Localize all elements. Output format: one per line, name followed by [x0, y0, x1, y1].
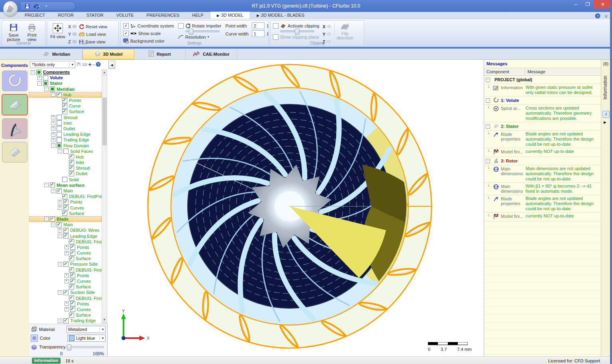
- collapse-ribbon-icon[interactable]: ✕: [604, 14, 608, 19]
- tree-scrollbar[interactable]: ▲ ▼: [102, 69, 107, 323]
- expand-node-icon[interactable]: +: [51, 121, 55, 125]
- show-clipping-plane-checkbox[interactable]: [273, 34, 279, 40]
- collapse-all-icon[interactable]: -: [93, 61, 95, 68]
- rotor-thumbnail[interactable]: [2, 118, 27, 139]
- tree-row[interactable]: +Volute: [29, 75, 102, 80]
- wireframe-icon[interactable]: [31, 326, 37, 333]
- expand-arrow-icon[interactable]: ▶: [604, 120, 606, 124]
- message-row[interactable]: └Main dimensionsWith β1 = 90° ψ becomes …: [484, 183, 601, 195]
- solid-cube-icon[interactable]: [31, 344, 37, 350]
- tree-checkbox[interactable]: [69, 166, 74, 171]
- expand-node-icon[interactable]: +: [51, 138, 55, 142]
- reset-view-button[interactable]: Reset view: [79, 23, 107, 30]
- resolution-dropdown[interactable]: Resolution▾: [178, 33, 222, 40]
- tree-filter-dropdown[interactable]: *Solids only▼: [30, 61, 75, 68]
- tree-row[interactable]: +Curves: [29, 307, 102, 312]
- outlet-thumbnail[interactable]: [2, 142, 27, 162]
- tab-report[interactable]: Report: [134, 49, 186, 59]
- tree-row[interactable]: Solid: [29, 177, 102, 182]
- tree-row[interactable]: -Stator: [29, 80, 102, 86]
- tree-row[interactable]: Surface: [29, 109, 102, 114]
- tree-row[interactable]: Shroud: [29, 165, 102, 171]
- tree-checkbox[interactable]: [62, 211, 67, 216]
- collapse-node-icon[interactable]: -: [51, 189, 55, 193]
- tree-checkbox[interactable]: [63, 262, 69, 267]
- expand-node-icon[interactable]: +: [65, 279, 69, 284]
- tree-row[interactable]: +Points: [29, 273, 102, 278]
- expand-node-icon[interactable]: +: [65, 307, 69, 311]
- collapse-tree-button[interactable]: ◀: [108, 61, 115, 69]
- information-tab-label[interactable]: Information: [602, 76, 608, 100]
- tree-checkbox[interactable]: [57, 92, 62, 97]
- collapse-node-icon[interactable]: -: [58, 234, 62, 238]
- curve-width-spinner[interactable]: 1: [252, 30, 265, 37]
- tree-row[interactable]: -Suction Side: [29, 290, 102, 295]
- tree-checkbox[interactable]: [57, 137, 62, 143]
- tree-row[interactable]: +Curves: [29, 250, 102, 256]
- menu-tab-3d-model[interactable]: ▶3D MODEL: [210, 12, 250, 19]
- tree-row[interactable]: +Leading Edge: [29, 131, 102, 137]
- rotate-impeller-slider[interactable]: [185, 30, 220, 32]
- tree-row[interactable]: +Outlet: [29, 126, 102, 131]
- tree-row[interactable]: Surface: [29, 284, 102, 290]
- tree-checkbox[interactable]: [50, 86, 55, 92]
- tree-row[interactable]: DEBUG: FirstPoints: [29, 296, 102, 301]
- tree-checkbox[interactable]: [69, 296, 74, 301]
- tree-checkbox[interactable]: [69, 313, 74, 318]
- tree-checkbox[interactable]: [69, 267, 74, 272]
- collapse-node-icon[interactable]: -: [44, 87, 49, 91]
- save-icon[interactable]: [24, 3, 31, 9]
- message-group-row[interactable]: -2: Stator: [484, 122, 601, 131]
- shaded-icon[interactable]: [31, 335, 38, 342]
- collapse-node-icon[interactable]: -: [486, 98, 490, 103]
- collapse-node-icon[interactable]: -: [51, 223, 55, 227]
- menu-tab-stator[interactable]: STATOR: [80, 12, 110, 19]
- tree-checkbox[interactable]: [69, 171, 74, 176]
- menu-tab-rotor[interactable]: ROTOR: [51, 12, 80, 19]
- expand-node-icon[interactable]: +: [65, 251, 69, 255]
- tree-row[interactable]: Surface: [29, 312, 102, 318]
- tree-checkbox[interactable]: [63, 149, 69, 154]
- expand-node-icon[interactable]: +: [65, 245, 69, 249]
- expand-node-icon[interactable]: +: [65, 273, 69, 278]
- tree-row[interactable]: DEBUG: FirstPoints: [29, 267, 102, 273]
- tree-checkbox[interactable]: [63, 233, 69, 239]
- tree-checkbox[interactable]: [63, 200, 69, 205]
- message-group-row[interactable]: -3: Rotor: [484, 157, 601, 165]
- tree-checkbox[interactable]: [70, 250, 75, 256]
- message-row[interactable]: └Blade propertiesBlade angles are not up…: [484, 195, 601, 213]
- message-row[interactable]: └Model fini...currently NOT up-to-date: [484, 213, 601, 221]
- coordinate-system-checkbox[interactable]: ✓: [123, 23, 129, 29]
- information-side-tab[interactable]: (8) Information i ▶: [601, 60, 610, 356]
- tree-row[interactable]: +Curves: [29, 205, 102, 211]
- menu-tab-volute[interactable]: VOLUTE: [110, 12, 140, 19]
- qat-menu-icon[interactable]: ▾: [43, 3, 50, 9]
- material-dropdown[interactable]: Metalized▼: [67, 326, 106, 333]
- tree-checkbox[interactable]: [70, 279, 75, 284]
- print-view-button[interactable]: Print view: [23, 22, 41, 42]
- tree-row[interactable]: -Leading Edge: [29, 233, 102, 239]
- message-group-row[interactable]: -PROJECT (global): [484, 76, 601, 84]
- tree-row[interactable]: Hub: [29, 154, 102, 160]
- collapse-node-icon[interactable]: -: [44, 183, 49, 187]
- collapse-node-icon[interactable]: -: [58, 149, 62, 153]
- tree-row[interactable]: -Pressure Side: [29, 261, 102, 267]
- expand-node-icon[interactable]: +: [51, 115, 55, 119]
- expand-node-icon[interactable]: +: [58, 228, 62, 233]
- tree-checkbox[interactable]: [57, 132, 62, 137]
- y-view-icon[interactable]: Y: [68, 31, 76, 37]
- scroll-down-icon[interactable]: ▼: [102, 317, 107, 323]
- tree-row[interactable]: -Solid Faces: [29, 149, 102, 154]
- collapse-node-icon[interactable]: -: [58, 262, 62, 266]
- message-group-row[interactable]: -1: Volute: [484, 96, 601, 105]
- tree-checkbox[interactable]: [43, 81, 48, 86]
- save-filter-icon[interactable]: [76, 62, 81, 67]
- tree-checkbox[interactable]: [63, 290, 69, 295]
- tree-checkbox[interactable]: [69, 239, 74, 244]
- tab-cae-monitor[interactable]: CAE-Monitor: [186, 49, 237, 59]
- menu-tab-project[interactable]: PROJECT: [18, 12, 51, 19]
- tree-checkbox[interactable]: [57, 126, 62, 131]
- color-dropdown[interactable]: Light blue▼: [67, 335, 106, 342]
- fontsize-icon[interactable]: 12I: [82, 63, 87, 67]
- tree-checkbox[interactable]: [57, 143, 62, 148]
